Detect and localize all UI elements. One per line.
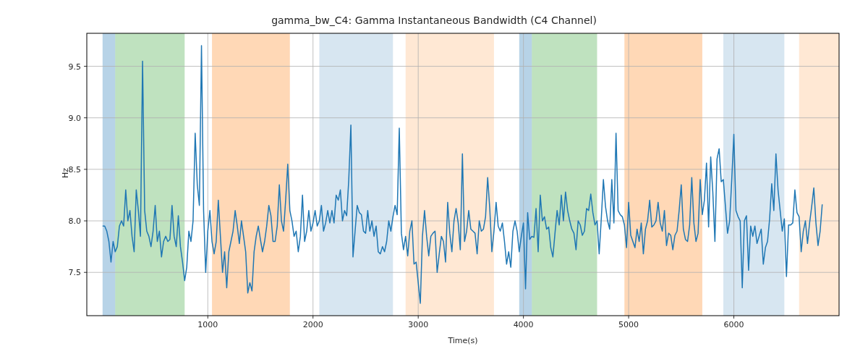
x-axis-label: Time(s) (87, 336, 839, 345)
plot-svg: 100020003000400050006000 7.58.08.59.09.5 (87, 33, 839, 316)
y-axis-label: Hz (61, 168, 70, 178)
svg-rect-3 (212, 33, 290, 316)
figure: gamma_bw_C4: Gamma Instantaneous Bandwid… (0, 0, 868, 362)
svg-rect-8 (624, 33, 702, 316)
svg-text:8.0: 8.0 (69, 216, 82, 226)
svg-rect-1 (103, 33, 115, 316)
svg-rect-5 (406, 33, 494, 316)
svg-text:8.5: 8.5 (69, 165, 82, 174)
svg-text:7.5: 7.5 (69, 268, 82, 277)
svg-text:4000: 4000 (514, 320, 534, 329)
svg-rect-7 (532, 33, 597, 316)
y-ticks: 7.58.08.59.09.5 (69, 62, 88, 278)
axes: 100020003000400050006000 7.58.08.59.09.5… (87, 33, 839, 316)
svg-rect-10 (799, 33, 839, 316)
svg-text:5000: 5000 (618, 320, 639, 329)
svg-rect-4 (319, 33, 393, 316)
shaded-bands (103, 33, 839, 316)
svg-text:2000: 2000 (303, 320, 323, 329)
svg-rect-2 (115, 33, 184, 316)
svg-text:3000: 3000 (408, 320, 428, 329)
svg-text:6000: 6000 (724, 320, 744, 329)
chart-title: gamma_bw_C4: Gamma Instantaneous Bandwid… (0, 14, 868, 26)
svg-text:1000: 1000 (197, 320, 218, 329)
x-ticks: 100020003000400050006000 (197, 316, 744, 329)
svg-text:9.0: 9.0 (69, 114, 82, 123)
svg-text:9.5: 9.5 (69, 62, 82, 72)
